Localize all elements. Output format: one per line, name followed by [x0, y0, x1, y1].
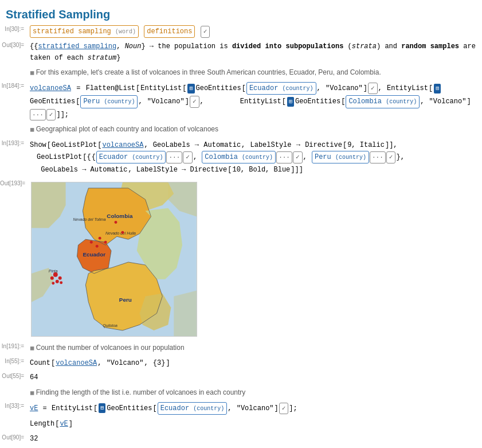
cell-label-length	[0, 418, 28, 419]
output-text-90: 32	[30, 435, 38, 443]
cell-content-out193: Colombia Ecuador Peru Nevado del Tolima …	[29, 179, 482, 340]
geo-entities-icon-3: ⊞	[287, 97, 294, 107]
cell-in55: In[55]:= Count [ volcanoeSA , "Volcano" …	[0, 356, 482, 371]
cell-label-in193: In[193]:=	[0, 139, 28, 146]
token-dots-2[interactable]: ···	[166, 151, 182, 163]
cell-label-out30: Out[30]=	[0, 41, 28, 48]
comment-text-4: Finding the length of the list i.e. numb…	[30, 388, 245, 396]
token-colombia-1[interactable]: Colombia (country)	[346, 95, 420, 108]
output-text-30: {{stratified sampling, Noun} → the popul…	[30, 42, 476, 61]
token-check-ecuador[interactable]: ✓	[368, 83, 378, 95]
cell-content-in193: Show [ GeoListPlot [ volcanoeSA , GeoLab…	[28, 139, 482, 177]
cell-content-length: Length [ vE ]	[28, 418, 482, 430]
cell-label-out193: Out[193]=	[0, 179, 29, 186]
label-ecuador: Ecuador	[83, 251, 106, 258]
cell-label-in184: In[184]:=	[0, 81, 28, 89]
cell-comment3: Finding the length of the list i.e. numb…	[0, 385, 482, 400]
label-quilotoa: Quilotoa	[103, 324, 117, 328]
var-vE-2: vE	[60, 418, 68, 430]
label-nevado-tolima: Nevado del Tolima	[73, 217, 106, 221]
token-check-1[interactable]: ✓	[201, 26, 210, 38]
volcano-dot-6	[52, 282, 55, 285]
token-definitions[interactable]: definitions	[144, 25, 195, 38]
cell-label-out90: Out[90]=	[0, 433, 28, 441]
cell-in30: In[30]:= stratified sampling (word) defi…	[0, 24, 482, 40]
var-volcanoeSA: volcanoeSA	[30, 83, 71, 94]
geo-entities-icon-4: ⊞	[99, 403, 105, 413]
token-check-5[interactable]: ✓	[279, 403, 289, 415]
cell-label-in55: In[55]:=	[0, 357, 28, 364]
label-peru: Peru	[119, 297, 132, 303]
token-check-3[interactable]: ✓	[293, 151, 303, 163]
token-stratified-sampling[interactable]: stratified sampling (word)	[30, 25, 139, 38]
cell-content-comment2: Geographical plot of each country and lo…	[28, 123, 482, 136]
cell-content-in184: volcanoeSA = Flatten@List [ EntityList […	[28, 81, 482, 121]
token-check-4[interactable]: ✓	[386, 151, 396, 163]
cell-content-out55: 64	[28, 372, 482, 384]
cell-in33: In[33]:= vE = EntityList [ ⊞ GeoEntities…	[0, 400, 482, 416]
cell-in184: In[184]:= volcanoeSA = Flatten@List [ En…	[0, 80, 482, 122]
code-line-193b: GeoListPlot [{ { Ecuador (country) ··· ✓…	[30, 151, 480, 176]
token-dots-colombia[interactable]: ···	[30, 109, 46, 121]
code-line-193a: Show [ GeoListPlot [ volcanoeSA , GeoLab…	[30, 139, 480, 151]
label-colombia: Colombia	[107, 212, 134, 219]
token-check-2[interactable]: ✓	[183, 151, 193, 163]
cell-in191-comment: In[191]:= Count the number of volcanoes …	[0, 341, 482, 356]
volcano-dot-2	[58, 276, 62, 280]
map-output: Colombia Ecuador Peru Nevado del Tolima …	[31, 182, 197, 337]
var-volcanoeSA-2: volcanoeSA	[102, 139, 143, 151]
cell-out193-map: Out[193]=	[0, 178, 482, 341]
map-svg: Colombia Ecuador Peru Nevado del Tolima …	[32, 182, 197, 336]
comment-text-1: For this example, let's create a list of…	[30, 68, 381, 76]
volcano-dot-5	[60, 281, 62, 284]
label-pinta: Pinta	[49, 269, 58, 273]
cell-label-in33: In[33]:=	[0, 402, 28, 409]
volcano-dot-1	[53, 272, 58, 277]
cell-length-vE: Length [ vE ]	[0, 416, 482, 431]
token-check-colombia[interactable]: ✓	[46, 109, 56, 121]
comment-text-3: Count the number of volcanoes in our pop…	[30, 344, 185, 352]
token-ecuador-1[interactable]: Ecuador (country)	[246, 82, 316, 95]
token-dots-4[interactable]: ···	[370, 151, 386, 163]
volcano-dot-4	[50, 276, 54, 280]
cell-content-in33: vE = EntityList [ ⊞ GeoEntities [ Ecuado…	[28, 402, 482, 415]
cell-label-comment2	[0, 123, 28, 124]
geo-entities-icon-1: ⊞	[187, 84, 194, 94]
var-vE-1: vE	[30, 403, 38, 414]
token-dots-3[interactable]: ···	[276, 151, 292, 163]
output-text-55: 64	[30, 373, 38, 381]
cell-comment2: Geographical plot of each country and lo…	[0, 122, 482, 137]
cell-content-in55: Count [ volcanoeSA , "Volcano" , {3} ]	[28, 357, 482, 369]
volcano-dot-col-4	[90, 241, 93, 244]
cell-label-in191: In[191]:=	[0, 342, 28, 349]
volcano-dot-tolima	[115, 221, 117, 224]
cell-in193: In[193]:= Show [ GeoListPlot [ volcanoeS…	[0, 138, 482, 178]
cell-out30: Out[30]= {{stratified sampling, Noun} → …	[0, 40, 482, 65]
cell-label-in30: In[30]:=	[0, 25, 28, 32]
var-volcanoeSA-3: volcanoeSA	[56, 357, 97, 369]
cell-content-comment3: Finding the length of the list i.e. numb…	[28, 387, 482, 399]
cell-content-out30: {{stratified sampling, Noun} → the popul…	[28, 41, 482, 64]
page-title: Stratified Sampling	[0, 5, 482, 24]
cell-label-comment1	[0, 67, 28, 68]
cell-content-out90: 32	[28, 433, 482, 445]
label-nevado-huila: Nevado del Huila	[105, 231, 136, 235]
cell-label-out55: Out[55]=	[0, 372, 28, 379]
token-ecuador-2[interactable]: Ecuador (country)	[96, 151, 166, 163]
token-check-peru[interactable]: ✓	[190, 96, 199, 108]
cell-comment1: For this example, let's create a list of…	[0, 65, 482, 80]
token-peru-2[interactable]: Peru (country)	[312, 151, 369, 163]
comment-text-2: Geographical plot of each country and lo…	[30, 125, 218, 133]
token-peru-1[interactable]: Peru (country)	[80, 95, 138, 108]
cell-out90: Out[90]= 32	[0, 432, 482, 446]
volcano-dot-3	[56, 280, 59, 283]
volcano-dot-col-3	[96, 244, 99, 247]
cell-content-in191-comment: Count the number of volcanoes in our pop…	[28, 342, 482, 354]
volcano-dot-col-1	[99, 237, 101, 240]
cell-content-comment1: For this example, let's create a list of…	[28, 67, 482, 79]
volcano-dot-col-2	[104, 241, 107, 244]
token-ecuador-3[interactable]: Ecuador (country)	[158, 402, 228, 415]
token-colombia-2[interactable]: Colombia (country)	[202, 151, 276, 163]
cell-content-in30: stratified sampling (word) definitions ✓	[28, 25, 482, 38]
geo-entities-icon-2: ⊞	[434, 84, 441, 94]
